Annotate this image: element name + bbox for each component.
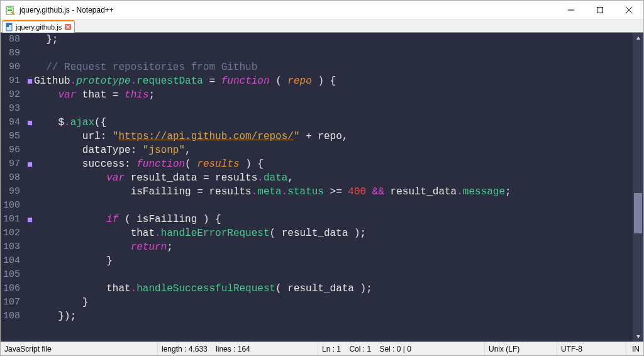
fold-marker-icon[interactable] (27, 217, 33, 223)
line-number[interactable]: 95 (3, 130, 21, 143)
status-bar: JavaScript file length : 4,633 lines : 1… (1, 342, 643, 355)
svg-rect-3 (8, 10, 12, 11)
status-document-stats: length : 4,633 lines : 164 (158, 342, 318, 355)
code-line[interactable] (34, 268, 633, 282)
svg-rect-7 (6, 23, 12, 25)
line-number[interactable]: 103 (3, 240, 21, 254)
scrollbar-track[interactable] (633, 43, 643, 331)
line-number[interactable]: 92 (3, 88, 21, 102)
titlebar: jquery.github.js - Notepad++ (1, 1, 643, 19)
code-line[interactable]: var that = this; (34, 88, 633, 102)
scroll-up-icon[interactable] (633, 33, 643, 43)
tab-close-icon[interactable] (64, 23, 72, 31)
window-title: jquery.github.js - Notepad++ (19, 6, 114, 14)
status-filetype: JavaScript file (1, 342, 158, 355)
fold-strip[interactable] (25, 33, 34, 342)
line-number[interactable]: 105 (3, 268, 21, 282)
line-number[interactable]: 96 (3, 143, 21, 157)
code-line[interactable]: that.handleSuccessfulRequest( result_dat… (34, 282, 633, 296)
code-line[interactable]: Github.prototype.requestData = function … (34, 74, 633, 88)
status-eol[interactable]: Unix (LF) (485, 342, 557, 355)
line-number[interactable]: 99 (3, 185, 21, 199)
code-line[interactable]: // Request repositories from Github (34, 60, 633, 74)
scrollbar-thumb[interactable] (634, 193, 642, 233)
scroll-down-icon[interactable] (633, 331, 643, 342)
window-controls (557, 1, 643, 19)
fold-marker-icon[interactable] (27, 79, 33, 84)
line-number[interactable]: 102 (3, 226, 21, 240)
tab-bar[interactable]: jquery.github.js (1, 19, 643, 33)
app-icon (6, 5, 16, 15)
code-line[interactable]: that.handleErrorRequest( result_data ); (34, 226, 633, 240)
status-cursor-position: Ln : 1 Col : 1 Sel : 0 | 0 (318, 342, 485, 355)
code-line[interactable]: } (34, 296, 633, 309)
close-button[interactable] (614, 1, 643, 19)
line-number[interactable]: 93 (3, 102, 21, 116)
tab-file[interactable]: jquery.github.js (2, 20, 75, 33)
code-line[interactable] (34, 47, 633, 60)
code-line[interactable]: }); (34, 309, 633, 323)
svg-rect-5 (597, 7, 603, 13)
fold-marker-icon[interactable] (27, 120, 33, 126)
code-line[interactable]: var result_data = results.data, (34, 171, 633, 185)
svg-rect-4 (568, 9, 574, 10)
code-line[interactable] (34, 199, 633, 213)
line-number[interactable]: 90 (3, 60, 21, 74)
code-line[interactable]: success: function( results ) { (34, 157, 633, 171)
maximize-button[interactable] (586, 1, 614, 19)
tab-label: jquery.github.js (16, 23, 62, 31)
code-line[interactable]: isFailling = results.meta.status >= 400 … (34, 185, 633, 199)
line-number[interactable]: 89 (3, 47, 21, 60)
status-encoding[interactable]: UTF-8 (557, 342, 626, 355)
line-number[interactable]: 97 (3, 157, 21, 171)
line-gutter[interactable]: 8889909192939495969798991001011021031041… (1, 33, 25, 342)
line-number[interactable]: 107 (3, 296, 21, 309)
code-line[interactable]: $.ajax({ (34, 116, 633, 130)
line-number[interactable]: 100 (3, 199, 21, 213)
code-line[interactable]: dataType: "jsonp", (34, 143, 633, 157)
line-number[interactable]: 98 (3, 171, 21, 185)
code-line[interactable]: } (34, 254, 633, 268)
code-line[interactable] (34, 102, 633, 116)
svg-rect-2 (8, 9, 12, 9)
minimize-button[interactable] (557, 1, 586, 19)
line-number[interactable]: 91 (3, 74, 21, 88)
line-number[interactable]: 94 (3, 116, 21, 130)
code-line[interactable]: return; (34, 240, 633, 254)
line-number[interactable]: 106 (3, 282, 21, 296)
line-number[interactable]: 101 (3, 213, 21, 226)
fold-marker-icon[interactable] (27, 162, 33, 167)
code-content[interactable]: }; // Request repositories from GithubGi… (34, 33, 633, 342)
line-number[interactable]: 108 (3, 309, 21, 323)
code-line[interactable]: if ( isFailling ) { (34, 213, 633, 226)
line-number[interactable]: 104 (3, 254, 21, 268)
file-icon (5, 23, 14, 31)
svg-rect-1 (8, 8, 12, 8)
line-number[interactable]: 88 (3, 33, 21, 47)
vertical-scrollbar[interactable] (633, 33, 643, 342)
status-insert-mode[interactable]: IN (626, 342, 643, 355)
code-line[interactable]: }; (34, 33, 633, 47)
code-editor[interactable]: 8889909192939495969798991001011021031041… (1, 33, 643, 342)
code-line[interactable]: url: "https://api.github.com/repos/" + r… (34, 130, 633, 143)
